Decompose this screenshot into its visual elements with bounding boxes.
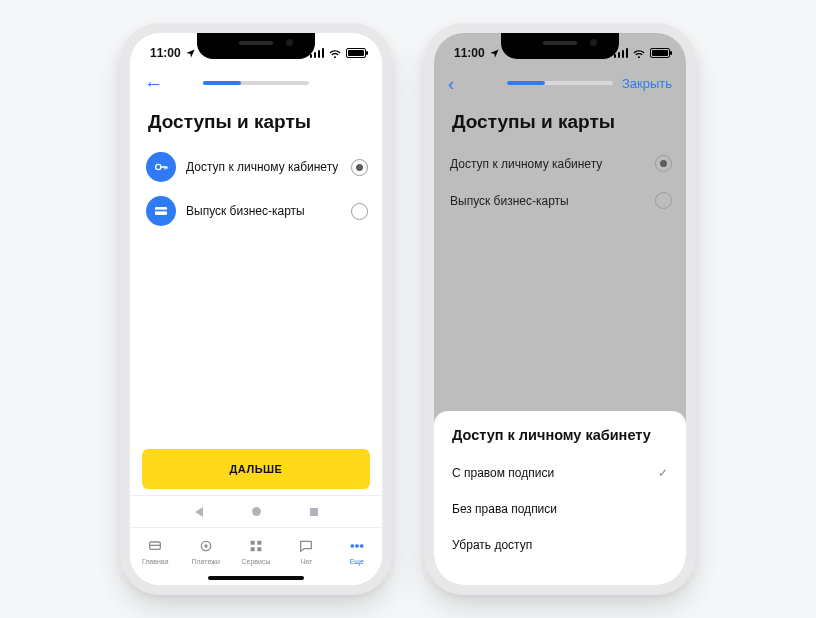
back-button[interactable]: ‹ — [448, 74, 470, 93]
tab-label: Сервисы — [242, 558, 271, 565]
nav-home-icon[interactable] — [252, 507, 261, 516]
battery-icon — [650, 48, 670, 58]
tab-payments[interactable]: Платежи — [180, 528, 230, 573]
tab-label: Еще — [350, 558, 364, 565]
svg-rect-7 — [251, 540, 255, 544]
bottom-sheet: Доступ к личному кабинету С правом подпи… — [434, 411, 686, 585]
notch — [501, 33, 619, 59]
services-icon — [247, 537, 265, 555]
option-label: Выпуск бизнес-карты — [450, 194, 645, 208]
page-title: Доступы и карты — [130, 97, 382, 143]
tab-home[interactable]: Главная — [130, 528, 180, 573]
svg-rect-9 — [251, 547, 255, 551]
back-button[interactable]: ← — [144, 74, 166, 93]
sheet-option-remove[interactable]: Убрать доступ — [452, 527, 668, 563]
progress-bar — [507, 81, 613, 85]
options-list: Доступ к личному кабинету Выпуск бизнес-… — [434, 143, 686, 219]
page-title: Доступы и карты — [434, 97, 686, 143]
svg-rect-2 — [155, 210, 167, 212]
location-icon — [185, 48, 196, 59]
next-button-label: ДАЛЬШЕ — [230, 463, 283, 475]
status-time: 11:00 — [454, 46, 485, 60]
payments-icon — [197, 537, 215, 555]
tab-more[interactable]: Еще — [332, 528, 382, 573]
tab-label: Чат — [301, 558, 313, 565]
svg-rect-8 — [257, 540, 261, 544]
nav-recents-icon[interactable] — [310, 508, 318, 516]
svg-rect-13 — [360, 544, 363, 547]
phone-right: 11:00 ‹ Закрыть Доступы и карты — [424, 23, 696, 595]
screen-right: 11:00 ‹ Закрыть Доступы и карты — [434, 33, 686, 585]
check-icon: ✓ — [658, 466, 668, 480]
tab-label: Главная — [142, 558, 169, 565]
key-icon — [146, 152, 176, 182]
next-button[interactable]: ДАЛЬШЕ — [142, 449, 370, 489]
svg-rect-11 — [351, 544, 354, 547]
radio-selected[interactable] — [655, 155, 672, 172]
option-business-card[interactable]: Выпуск бизнес-карты — [448, 182, 674, 219]
option-personal-access[interactable]: Доступ к личному кабинету — [144, 145, 370, 189]
svg-point-6 — [204, 544, 207, 547]
sheet-title: Доступ к личному кабинету — [452, 427, 668, 443]
progress-bar — [203, 81, 309, 85]
wifi-icon — [632, 48, 646, 59]
sheet-option-label: С правом подписи — [452, 466, 554, 480]
svg-point-0 — [156, 164, 161, 169]
more-icon — [348, 537, 366, 555]
notch — [197, 33, 315, 59]
svg-rect-10 — [257, 547, 261, 551]
sheet-option-no-signing[interactable]: Без права подписи — [452, 491, 668, 527]
card-icon — [146, 196, 176, 226]
radio-selected[interactable] — [351, 159, 368, 176]
svg-rect-4 — [150, 544, 161, 545]
mockup-stage: 11:00 ← Доступы и карты — [0, 0, 816, 618]
home-indicator — [208, 576, 304, 580]
status-time: 11:00 — [150, 46, 181, 60]
sheet-option-label: Убрать доступ — [452, 538, 532, 552]
tab-label: Платежи — [191, 558, 219, 565]
home-icon — [146, 537, 164, 555]
chat-icon — [297, 537, 315, 555]
nav-row: ← — [130, 69, 382, 97]
nav-back-icon[interactable] — [195, 507, 203, 517]
sheet-option-label: Без права подписи — [452, 502, 557, 516]
nav-row: ‹ Закрыть — [434, 69, 686, 97]
option-label: Выпуск бизнес-карты — [186, 204, 341, 218]
option-label: Доступ к личному кабинету — [186, 160, 341, 174]
radio-unselected[interactable] — [351, 203, 368, 220]
phone-left: 11:00 ← Доступы и карты — [120, 23, 392, 595]
screen-left: 11:00 ← Доступы и карты — [130, 33, 382, 585]
tab-chat[interactable]: Чат — [281, 528, 331, 573]
close-button[interactable]: Закрыть — [622, 76, 672, 91]
option-label: Доступ к личному кабинету — [450, 157, 645, 171]
tab-services[interactable]: Сервисы — [231, 528, 281, 573]
location-icon — [489, 48, 500, 59]
svg-rect-12 — [355, 544, 358, 547]
option-business-card[interactable]: Выпуск бизнес-карты — [144, 189, 370, 233]
android-nav-hint — [130, 495, 382, 527]
radio-unselected[interactable] — [655, 192, 672, 209]
battery-icon — [346, 48, 366, 58]
wifi-icon — [328, 48, 342, 59]
sheet-option-signing[interactable]: С правом подписи ✓ — [452, 455, 668, 491]
option-personal-access[interactable]: Доступ к личному кабинету — [448, 145, 674, 182]
options-list: Доступ к личному кабинету Выпуск бизнес-… — [130, 143, 382, 233]
